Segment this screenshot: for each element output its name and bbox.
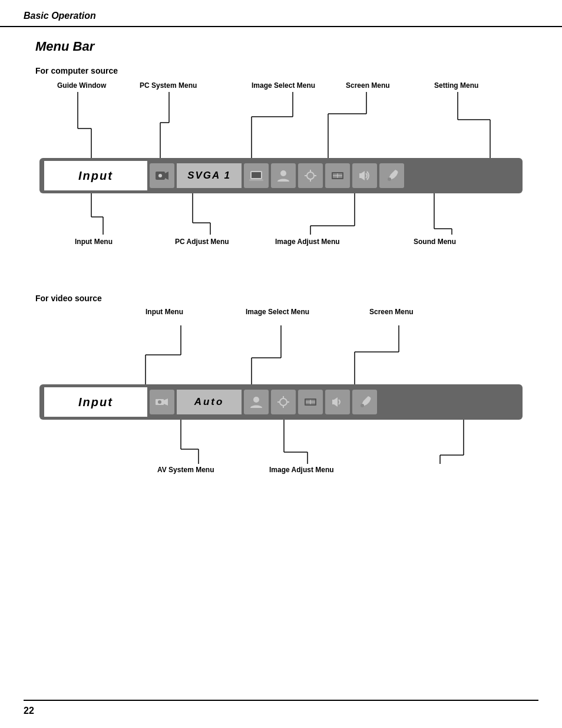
system-text-box: SVGA 1: [177, 163, 242, 188]
video-image-select-icon: [244, 390, 269, 414]
top-label-setting-menu: Setting Menu: [434, 81, 478, 90]
svg-point-2: [158, 174, 162, 177]
video-diagram: Input Auto: [39, 325, 523, 496]
section-title: Menu Bar: [35, 39, 527, 54]
svg-point-7: [307, 172, 314, 179]
bottom-label-input-menu: Input Menu: [75, 238, 113, 246]
video-sound-icon: [325, 390, 350, 414]
image-select-icon: [244, 163, 269, 188]
video-bottom-label-av-system: AV System Menu: [157, 466, 214, 474]
top-label-image-select-menu: Image Select Menu: [252, 81, 315, 90]
sound-menu-icon: [325, 163, 350, 188]
video-bottom-label-image-adjust: Image Adjust Menu: [269, 466, 334, 474]
svg-rect-17: [359, 173, 361, 178]
svg-marker-48: [164, 398, 168, 406]
svg-point-49: [253, 397, 259, 403]
svg-point-61: [361, 404, 364, 407]
svg-point-6: [280, 170, 286, 176]
svg-rect-5: [249, 179, 263, 181]
video-image-adjust-icon: [271, 390, 296, 414]
computer-menu-bar: Input SVGA 1: [39, 158, 523, 193]
input-box: Input: [44, 161, 147, 190]
bottom-label-pc-adjust-menu: PC Adjust Menu: [175, 238, 229, 246]
computer-diagram: Guide Window PC System Menu Image Select…: [39, 81, 523, 270]
video-system-text-box: Auto: [177, 390, 242, 414]
page-footer: 22: [24, 700, 538, 716]
video-av-icon: [150, 390, 174, 414]
svg-rect-4: [252, 172, 261, 178]
video-input-box: Input: [44, 387, 147, 417]
wrench-icon: [379, 163, 404, 188]
svg-marker-1: [165, 172, 168, 180]
video-source-label: For video source: [35, 294, 527, 303]
page-header: Basic Operation: [0, 0, 562, 27]
header-title: Basic Operation: [24, 11, 538, 21]
screen-menu-icon: [271, 163, 296, 188]
page-content: Menu Bar For computer source Guide Windo…: [0, 27, 562, 520]
video-menu-bar: Input Auto: [39, 384, 523, 420]
top-label-guide-window: Guide Window: [57, 81, 106, 90]
svg-rect-60: [332, 400, 334, 404]
video-top-label-image-select-menu: Image Select Menu: [246, 308, 309, 316]
setting-menu-icon: [352, 163, 377, 188]
top-label-pc-system-menu: PC System Menu: [140, 81, 197, 90]
svg-point-47: [158, 400, 161, 404]
svg-marker-16: [361, 171, 365, 180]
page-number: 22: [24, 706, 34, 716]
video-top-label-input-menu: Input Menu: [146, 308, 183, 316]
bottom-label-image-adjust-menu: Image Adjust Menu: [275, 238, 340, 246]
bottom-label-sound-menu: Sound Menu: [414, 238, 456, 246]
image-adjust-icon: [298, 163, 323, 188]
computer-source-label: For computer source: [35, 66, 527, 75]
svg-marker-59: [334, 397, 338, 407]
svg-point-50: [280, 398, 287, 406]
svg-point-18: [388, 177, 391, 181]
video-top-label-screen-menu: Screen Menu: [369, 308, 414, 316]
video-screen-icon: [298, 390, 323, 414]
video-setting-icon: [352, 390, 377, 414]
pc-system-icon: [150, 163, 174, 188]
top-label-screen-menu: Screen Menu: [346, 81, 390, 90]
